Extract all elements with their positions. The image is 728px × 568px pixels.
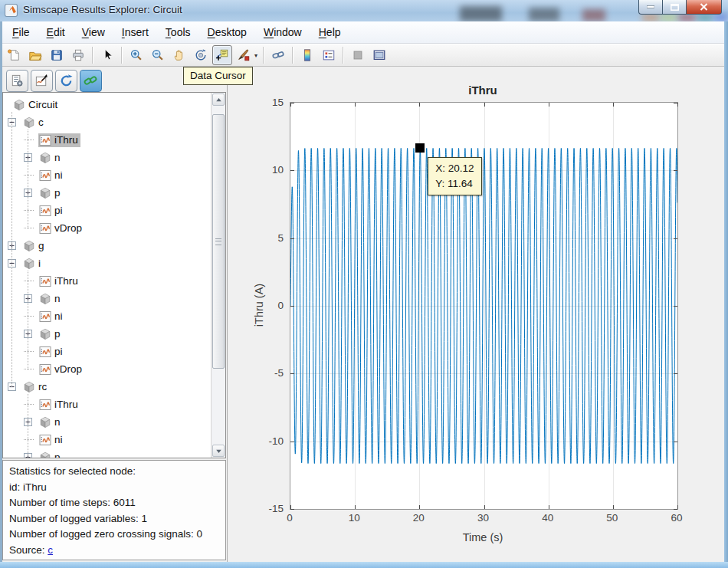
toolbar-separator — [121, 47, 123, 64]
tree-node-p-13[interactable]: p — [3, 325, 212, 343]
pointer-arrow-icon — [100, 48, 114, 62]
new-figure-button[interactable] — [4, 45, 24, 65]
insert-legend-button[interactable] — [319, 45, 339, 65]
save-figure-button[interactable] — [47, 45, 67, 65]
tree-node-n-11[interactable]: n — [3, 290, 212, 307]
open-file-button[interactable] — [25, 45, 45, 65]
scroll-down-button[interactable] — [212, 445, 225, 457]
brush-data-dropdown-caret[interactable]: ▾ — [254, 52, 257, 59]
menu-help[interactable]: Help — [310, 23, 349, 41]
tree-node-p-20[interactable]: p — [3, 448, 212, 458]
zoom-out-button[interactable] — [148, 45, 168, 65]
data-cursor-button[interactable] — [212, 45, 232, 65]
title-bar: Simscape Results Explorer: Circuit — [0, 0, 728, 21]
close-button[interactable] — [686, 0, 722, 15]
statistics-panel: Statistics for selected node:id: iThruNu… — [2, 460, 226, 560]
menu-window[interactable]: Window — [255, 23, 310, 41]
tree-node-vDrop-15[interactable]: vDrop — [3, 360, 212, 378]
tree-node-label: pi — [54, 205, 63, 216]
zoom-in-button[interactable] — [126, 45, 146, 65]
menu-desktop[interactable]: Desktop — [199, 23, 255, 41]
tree-node-n-3[interactable]: n — [3, 149, 212, 166]
glass-blur-decoration — [529, 8, 559, 21]
tree-node-p-5[interactable]: p — [3, 184, 212, 202]
axis-tick — [290, 509, 294, 510]
tree-guide-line — [28, 394, 29, 458]
x-tick-label: 50 — [606, 512, 618, 524]
explorer-options-button[interactable] — [6, 70, 28, 92]
minimize-button[interactable] — [638, 0, 662, 15]
link-to-model-button[interactable] — [80, 70, 102, 92]
tree-node-ni-12[interactable]: ni — [3, 307, 212, 325]
brush-data-button[interactable] — [234, 45, 254, 65]
tree-node-g-8[interactable]: g — [3, 237, 212, 254]
rotate-3d-button[interactable] — [191, 45, 211, 65]
reload-logged-data-button[interactable] — [55, 70, 77, 92]
print-figure-button[interactable] — [68, 45, 88, 65]
tree-node-iThru-2[interactable]: iThru — [3, 131, 212, 149]
axis-tick — [290, 238, 294, 239]
tree-node-pi-6[interactable]: pi — [3, 202, 212, 219]
tree-node-i-9[interactable]: i — [3, 254, 212, 272]
insert-colorbar-button[interactable] — [297, 45, 317, 65]
menu-file[interactable]: File — [4, 23, 38, 41]
cube-icon — [13, 99, 25, 111]
hide-plot-tools-button[interactable] — [348, 45, 368, 65]
source-line: Source: c — [9, 543, 219, 559]
tree-node-label: iThru — [54, 134, 78, 146]
show-plot-tools-button[interactable] — [369, 45, 389, 65]
scroll-up-button[interactable] — [212, 94, 225, 106]
data-cursor-marker[interactable] — [415, 143, 425, 153]
save-floppy-icon — [50, 48, 64, 62]
maximize-button[interactable] — [662, 0, 686, 15]
window-frame-left — [0, 21, 2, 562]
tree-node-iThru-17[interactable]: iThru — [3, 396, 212, 413]
edit-plot-button[interactable] — [97, 45, 117, 65]
cube-icon — [39, 416, 51, 428]
tree-node-Circuit-0[interactable]: Circuit — [3, 96, 212, 113]
cube-icon — [23, 258, 35, 270]
cube-icon — [39, 451, 51, 458]
tree-node-vDrop-7[interactable]: vDrop — [3, 219, 212, 237]
zoom-out-icon — [151, 48, 165, 62]
glass-blur-decoration — [661, 14, 677, 21]
menu-view[interactable]: View — [74, 23, 113, 41]
tree-node-label: Circuit — [28, 99, 57, 110]
signal-icon — [39, 434, 51, 446]
cube-icon — [39, 152, 51, 164]
source-link[interactable]: c — [48, 544, 53, 556]
tree-node-pi-14[interactable]: pi — [3, 343, 212, 360]
tree-node-n-18[interactable]: n — [3, 413, 212, 431]
y-tick-label: 5 — [231, 231, 284, 243]
cube-icon — [39, 293, 51, 305]
plot-selected-node-button[interactable] — [31, 70, 53, 92]
data-cursor-tooltip: Data Cursor — [183, 67, 253, 85]
scrollbar-thumb[interactable] — [212, 114, 225, 369]
refresh-arrow-icon — [59, 74, 74, 88]
pan-button[interactable] — [169, 45, 189, 65]
axis-tick — [419, 505, 420, 509]
x-tick-label: 40 — [542, 512, 553, 524]
tree-node-label: rc — [38, 381, 47, 392]
menu-tools[interactable]: Tools — [157, 23, 199, 41]
tree-node-label: p — [54, 451, 61, 458]
cube-icon — [23, 117, 35, 129]
menu-edit[interactable]: Edit — [38, 23, 74, 41]
tree-node-ni-4[interactable]: ni — [3, 166, 212, 184]
tree-node-ni-19[interactable]: ni — [3, 431, 212, 448]
window-controls — [638, 0, 722, 15]
axis-tick — [290, 170, 294, 171]
tree-scrollbar[interactable] — [211, 93, 225, 458]
plot-axes[interactable]: X: 20.12 Y: 11.64 — [290, 102, 678, 510]
signal-icon — [39, 363, 51, 376]
axis-tick — [674, 509, 677, 510]
y-tick-label: 0 — [231, 300, 284, 311]
link-plot-button[interactable] — [268, 45, 288, 65]
tree-view: CircuitciThrunnippivDropgiiThrunnippivDr… — [3, 93, 212, 458]
scrollbar-grip — [215, 238, 221, 245]
tree-node-iThru-10[interactable]: iThru — [3, 272, 212, 290]
brush-icon — [237, 48, 251, 62]
menu-insert[interactable]: Insert — [113, 23, 157, 41]
tree-node-rc-16[interactable]: rc — [3, 378, 212, 396]
tree-node-c-1[interactable]: c — [3, 113, 212, 131]
